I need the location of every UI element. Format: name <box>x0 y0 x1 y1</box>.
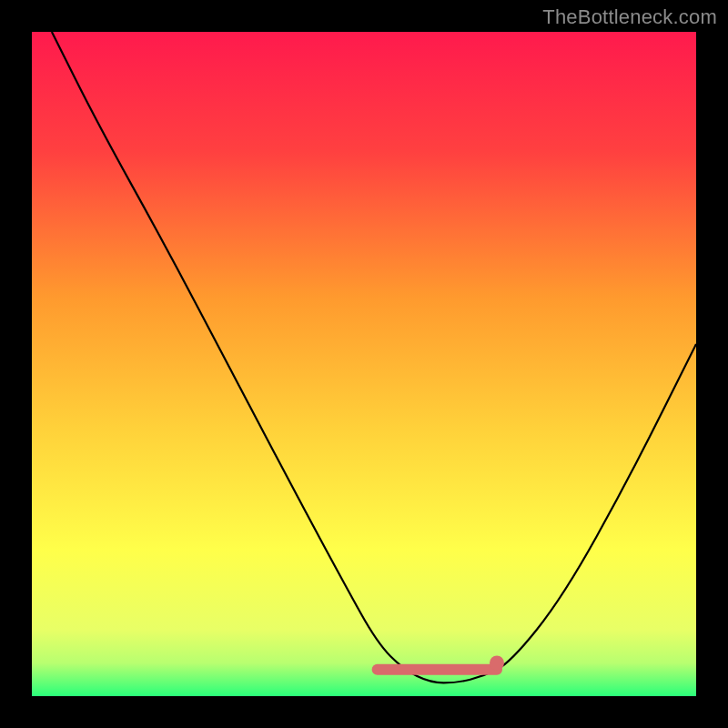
watermark-text: TheBottleneck.com <box>542 5 717 29</box>
svg-point-1 <box>490 656 504 671</box>
plot-area <box>32 32 696 696</box>
bottleneck-curve <box>32 32 696 696</box>
chart-frame: TheBottleneck.com <box>0 0 728 728</box>
